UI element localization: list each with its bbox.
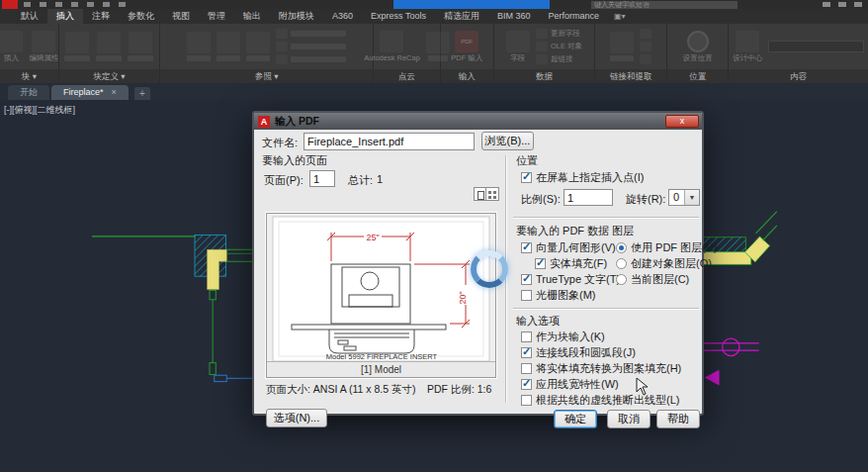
apply-lineweight-checkbox[interactable]: 应用线宽特性(W) [521, 377, 619, 392]
panel-label-import[interactable]: 输入 [441, 69, 493, 83]
new-tab-button[interactable]: + [134, 87, 150, 100]
rotation-combobox[interactable]: 0 ▼ [668, 189, 700, 206]
create-block-button[interactable] [64, 32, 90, 61]
checkbox-icon[interactable] [521, 331, 532, 342]
dialog-title-bar[interactable]: A 输入 PDF x [254, 113, 702, 130]
panel-label-content[interactable]: 内容 [729, 69, 868, 83]
thumbnail-view-button[interactable] [486, 187, 499, 201]
attach-button[interactable] [187, 32, 211, 61]
help-icon[interactable] [854, 2, 862, 7]
help-search-input[interactable]: 键入关键字或短语 [591, 1, 738, 9]
use-pdf-layers-radio[interactable]: 使用 PDF 图层(U) [616, 240, 717, 255]
frame-icon[interactable] [276, 42, 288, 51]
panel-label-block-definition[interactable]: 块定义 ▾ [59, 69, 159, 83]
hyperlink-button[interactable]: 超链接 [536, 54, 582, 64]
checkbox-icon[interactable] [521, 242, 532, 253]
file-tab-fireplace[interactable]: Fireplace* × [51, 85, 129, 100]
define-attributes-button[interactable] [96, 32, 122, 61]
quick-access-toolbar[interactable] [24, 2, 126, 7]
a360-icon[interactable] [838, 2, 846, 7]
import-as-block-checkbox[interactable]: 作为块输入(K) [521, 330, 605, 344]
underlay-layers-icon[interactable] [276, 29, 288, 39]
browse-button[interactable]: 浏览(B)... [481, 132, 534, 150]
undo-icon[interactable] [87, 2, 94, 7]
field-button[interactable]: 字段 [506, 31, 530, 62]
recap-button[interactable]: Autodesk ReCap [364, 31, 420, 62]
radio-icon[interactable] [616, 258, 627, 269]
checkbox-icon[interactable] [521, 363, 532, 374]
join-segments-checkbox[interactable]: 连接线段和圆弧段(J) [521, 345, 636, 360]
data-extraction-button[interactable] [610, 32, 634, 61]
adjust-button[interactable] [246, 32, 270, 61]
ribbon-options-icon[interactable]: ▣▾ [608, 9, 632, 24]
specify-on-screen-checkbox[interactable]: 在屏幕上指定插入点(I) [521, 170, 644, 185]
checkbox-icon[interactable] [521, 172, 532, 183]
titlebar-icons[interactable] [823, 2, 862, 7]
convert-solids-checkbox[interactable]: 将实体填充转换为图案填充(H) [521, 361, 681, 376]
panel-label-point-cloud[interactable]: 点云 [374, 69, 440, 83]
tab-manage[interactable]: 管理 [199, 9, 234, 24]
file-tab-start[interactable]: 开始 [8, 85, 49, 100]
options-button[interactable]: 选项(N)... [266, 409, 327, 427]
ok-button[interactable]: 确定 [554, 410, 597, 428]
manage-attributes-button[interactable] [128, 32, 153, 61]
panel-label-block[interactable]: 块 ▾ [0, 69, 58, 83]
print-icon[interactable] [71, 2, 78, 7]
scale-input[interactable] [564, 189, 613, 206]
file-name-input[interactable] [304, 133, 475, 150]
save-icon[interactable] [55, 2, 62, 7]
signin-icon[interactable] [823, 2, 830, 7]
workspace-icon[interactable] [119, 2, 126, 7]
tab-view[interactable]: 视图 [163, 9, 199, 24]
tab-express-tools[interactable]: Express Tools [362, 9, 435, 24]
redo-icon[interactable] [103, 2, 110, 7]
panel-label-reference[interactable]: 参照 ▾ [160, 69, 373, 83]
radio-icon[interactable] [616, 242, 627, 253]
checkbox-icon[interactable] [521, 395, 532, 406]
solid-fills-checkbox[interactable]: 实体填充(F) [535, 256, 607, 271]
create-object-layers-radio[interactable]: 创建对象图层(O) [616, 256, 712, 271]
tab-annotate[interactable]: 注释 [83, 9, 119, 24]
checkbox-icon[interactable] [521, 274, 532, 285]
tab-parametric[interactable]: 参数化 [119, 9, 163, 24]
panel-label-data[interactable]: 数据 [494, 69, 594, 83]
help-button[interactable]: 帮助 [656, 410, 700, 428]
checkbox-icon[interactable] [521, 347, 532, 358]
radio-icon[interactable] [616, 274, 627, 285]
panel-label-location[interactable]: 位置 [667, 69, 728, 83]
download-icon[interactable] [640, 54, 651, 64]
checkbox-icon[interactable] [535, 258, 546, 269]
tab-home[interactable]: 默认 [12, 9, 47, 24]
autocad-logo-icon[interactable] [2, 0, 18, 9]
checkbox-icon[interactable] [521, 290, 532, 301]
raster-images-checkbox[interactable]: 光栅图象(M) [521, 288, 596, 303]
vector-geometry-checkbox[interactable]: 向量几何图形(V) [521, 240, 616, 255]
tab-featured-apps[interactable]: 精选应用 [435, 9, 488, 24]
chevron-down-icon[interactable]: ▼ [684, 190, 699, 205]
cancel-button[interactable]: 取消 [607, 410, 651, 428]
content-search-input[interactable] [768, 41, 864, 52]
close-tab-icon[interactable]: × [112, 85, 117, 100]
update-fields-button[interactable]: 更新字段 [536, 29, 582, 39]
pdf-preview-box[interactable]: 25" 20" [266, 213, 496, 378]
panel-label-linking[interactable]: 链接和提取 [595, 69, 666, 83]
infer-linetypes-checkbox[interactable]: 根据共线的虚线推断出线型(L) [521, 393, 679, 408]
new-icon[interactable] [24, 2, 31, 7]
open-icon[interactable] [40, 2, 46, 7]
tab-a360[interactable]: A360 [323, 9, 362, 24]
tab-addins[interactable]: 附加模块 [270, 9, 323, 24]
single-page-view-button[interactable] [474, 187, 486, 201]
insert-block-button[interactable]: 插入 [0, 31, 23, 62]
tab-output[interactable]: 输出 [234, 9, 270, 24]
clip-button[interactable] [217, 32, 240, 61]
page-number-input[interactable] [309, 170, 335, 187]
checkbox-icon[interactable] [521, 379, 532, 390]
set-location-button[interactable]: 设置位置 [683, 31, 713, 62]
tab-insert[interactable]: 插入 [47, 9, 83, 24]
upload-icon[interactable] [640, 42, 651, 51]
edit-attribute-button[interactable]: 编辑属性 [29, 31, 58, 62]
design-center-button[interactable]: 设计中心 [733, 31, 762, 62]
dialog-close-button[interactable]: x [665, 115, 699, 128]
ole-object-button[interactable]: OLE 对象 [536, 42, 582, 51]
pdf-import-button[interactable]: PDFPDF 输入 [451, 31, 482, 62]
